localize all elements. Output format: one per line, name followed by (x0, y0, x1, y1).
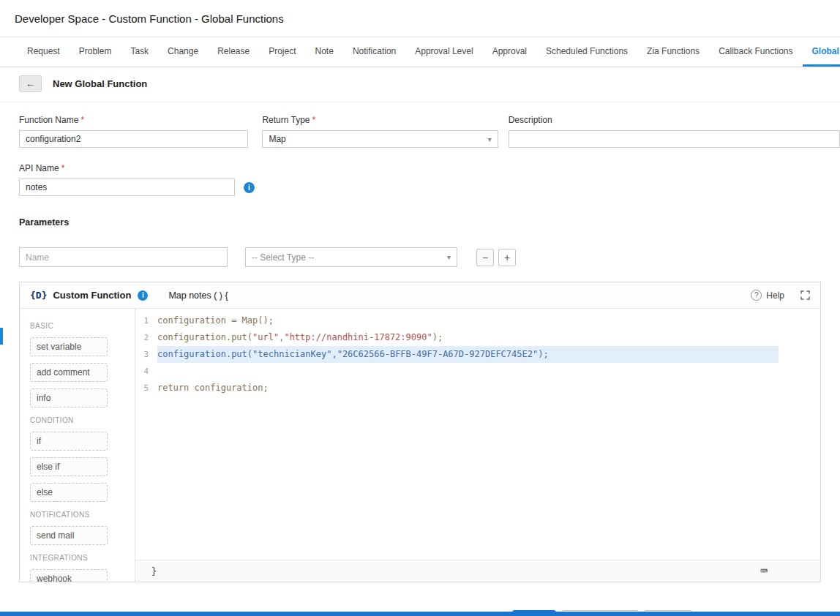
function-form: Function Name* Return Type* Map ▾ Descri… (0, 115, 840, 267)
form-row-2: API Name* i (19, 163, 840, 196)
function-name-field: Function Name* (19, 115, 248, 148)
required-mark: * (61, 163, 65, 173)
parameter-type-value: -- Select Type -- (252, 252, 314, 263)
help-label: Help (766, 290, 784, 301)
function-name-input[interactable] (19, 130, 248, 148)
parameter-name-input[interactable] (19, 247, 228, 267)
back-arrow-icon: ← (26, 78, 35, 89)
snippet-set-variable[interactable]: set variable (30, 337, 108, 356)
fullscreen-icon[interactable] (800, 290, 810, 300)
snippet-sidebar: BASICset variableadd commentinfoCONDITIO… (20, 309, 135, 582)
tab-global-functions[interactable]: Global Functions (803, 37, 840, 67)
line-content (157, 363, 779, 380)
snippet-section-title: BASIC (30, 322, 135, 330)
snippet-section-title: NOTIFICATIONS (30, 511, 135, 519)
editor-header: {D} Custom Function i Map notes ( ) { ? … (20, 282, 820, 309)
return-type-select[interactable]: Map ▾ (262, 130, 498, 148)
description-field: Description (509, 115, 840, 148)
code-line-3[interactable]: 3configuration.put("technicianKey","26C6… (135, 346, 820, 363)
tab-change[interactable]: Change (158, 37, 208, 67)
tab-notification[interactable]: Notification (343, 37, 405, 67)
question-icon: ? (751, 290, 762, 301)
code-lines: 1configuration = Map();2configuration.pu… (135, 312, 820, 560)
code-line-2[interactable]: 2configuration.put("url","http://nandhin… (135, 329, 820, 346)
custom-function-editor: {D} Custom Function i Map notes ( ) { ? … (19, 282, 821, 582)
api-name-label: API Name* (19, 163, 840, 173)
snippet-section-title: CONDITION (30, 416, 135, 424)
subheader: ← New Global Function (0, 67, 840, 102)
form-title: New Global Function (53, 78, 147, 89)
editor-info-icon[interactable]: i (138, 290, 148, 301)
remove-parameter-button[interactable]: − (476, 249, 494, 266)
parameter-type-select[interactable]: -- Select Type -- ▾ (245, 247, 457, 267)
line-number: 2 (135, 329, 157, 346)
deluge-icon: {D} (30, 290, 47, 301)
editor-footer: } ⌨ (135, 560, 820, 582)
tab-approval[interactable]: Approval (483, 37, 536, 67)
tab-approval-level[interactable]: Approval Level (405, 37, 482, 67)
code-line-5[interactable]: 5return configuration; (135, 380, 820, 397)
api-name-field: API Name* i (19, 163, 840, 196)
chevron-down-icon: ▾ (488, 135, 492, 143)
tab-problem[interactable]: Problem (70, 37, 121, 67)
add-parameter-button[interactable]: + (498, 249, 516, 266)
return-type-label: Return Type* (262, 115, 498, 125)
form-row-1: Function Name* Return Type* Map ▾ Descri… (19, 115, 840, 148)
return-type-value: Map (269, 134, 285, 144)
description-input[interactable] (509, 130, 840, 148)
line-content: configuration = Map(); (157, 312, 779, 329)
back-button[interactable]: ← (19, 75, 42, 92)
description-label: Description (509, 115, 840, 125)
page: Developer Space - Custom Function - Glob… (0, 0, 840, 616)
required-mark: * (312, 115, 316, 125)
snippet-add-comment[interactable]: add comment (30, 363, 108, 382)
snippet-else-if[interactable]: else if (30, 457, 108, 476)
left-scroll-marker (0, 328, 3, 345)
tab-callback-functions[interactable]: Callback Functions (709, 37, 802, 67)
page-title: Developer Space - Custom Function - Glob… (15, 12, 284, 25)
line-content: configuration.put("url","http://nandhini… (157, 329, 779, 346)
tab-scheduled-functions[interactable]: Scheduled Functions (536, 37, 637, 67)
snippet-webhook[interactable]: webhook (30, 569, 108, 582)
editor-body: BASICset variableadd commentinfoCONDITIO… (20, 309, 820, 582)
chevron-down-icon: ▾ (447, 253, 451, 261)
line-number: 1 (135, 312, 157, 329)
snippet-section-title: INTEGRATIONS (30, 554, 135, 562)
line-number: 4 (135, 363, 157, 380)
info-icon[interactable]: i (244, 182, 255, 193)
return-type-field: Return Type* Map ▾ (262, 115, 498, 148)
line-number: 5 (135, 380, 157, 397)
function-name-label: Function Name* (19, 115, 248, 125)
titlebar: Developer Space - Custom Function - Glob… (0, 0, 840, 37)
keyboard-icon[interactable]: ⌨ (760, 566, 768, 577)
tab-zia-functions[interactable]: Zia Functions (637, 37, 709, 67)
line-content: return configuration; (157, 380, 779, 397)
tab-note[interactable]: Note (306, 37, 343, 67)
tab-task[interactable]: Task (121, 37, 158, 67)
snippet-send-mail[interactable]: send mail (30, 526, 108, 545)
code-editor[interactable]: 1configuration = Map();2configuration.pu… (135, 309, 820, 582)
function-signature: Map notes ( ) { (168, 290, 228, 301)
line-number: 3 (135, 346, 157, 363)
editor-title: Custom Function (53, 290, 131, 301)
snippet-if[interactable]: if (30, 432, 108, 451)
line-content: configuration.put("technicianKey","26C62… (157, 346, 779, 363)
parameter-row: -- Select Type -- ▾ − + (19, 247, 840, 267)
code-line-4[interactable]: 4 (135, 363, 820, 380)
help-button[interactable]: ? Help (751, 290, 784, 301)
tab-request[interactable]: Request (18, 37, 70, 67)
tab-project[interactable]: Project (259, 37, 305, 67)
snippet-else[interactable]: else (30, 483, 108, 502)
tab-release[interactable]: Release (208, 37, 259, 67)
tab-bar: RequestProblemTaskChangeReleaseProjectNo… (0, 37, 840, 67)
parameters-heading: Parameters (19, 217, 840, 228)
closing-brace: } (151, 566, 157, 576)
api-name-input[interactable] (19, 179, 235, 196)
bottom-accent-bar (0, 612, 840, 616)
code-line-1[interactable]: 1configuration = Map(); (135, 312, 820, 329)
required-mark: * (80, 115, 84, 125)
snippet-info[interactable]: info (30, 388, 108, 407)
